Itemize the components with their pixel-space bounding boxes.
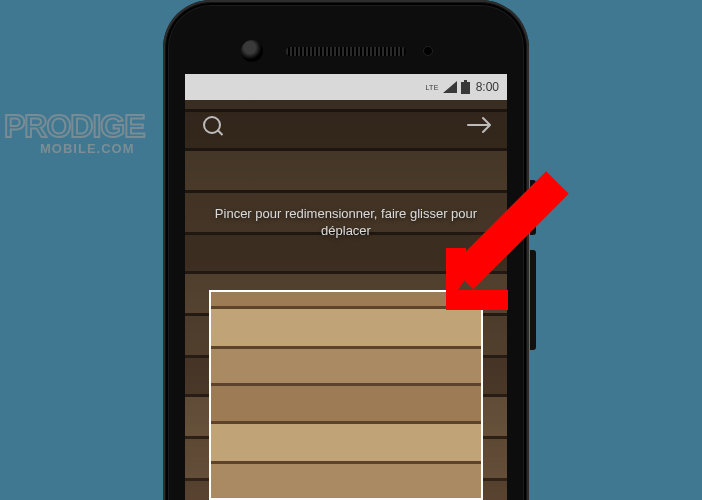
battery-icon <box>461 80 470 94</box>
phone-camera-icon <box>241 40 263 62</box>
wallpaper-preview[interactable]: Pincer pour redimensionner, faire glisse… <box>185 100 507 500</box>
phone-body: LTE 8:00 <box>169 6 523 500</box>
editor-top-bar <box>185 104 507 146</box>
arrow-right-icon <box>467 116 493 134</box>
network-label: LTE <box>425 84 438 91</box>
svg-rect-0 <box>464 80 467 82</box>
screen: LTE 8:00 <box>185 74 507 500</box>
watermark-line1: PRODIGE <box>4 108 224 145</box>
phone-inner: LTE 8:00 <box>166 3 526 500</box>
hint-text: Pincer pour redimensionner, faire glisse… <box>203 206 489 240</box>
svg-rect-1 <box>461 82 470 94</box>
status-bar: LTE 8:00 <box>185 74 507 100</box>
phone-frame: LTE 8:00 <box>163 0 529 500</box>
phone-proximity-icon <box>423 46 433 56</box>
watermark: PRODIGE MOBILE.COM <box>4 108 224 168</box>
clock: 8:00 <box>476 80 499 94</box>
phone-side-button <box>530 180 536 235</box>
phone-sensor-row <box>169 39 523 63</box>
phone-speaker-icon <box>286 47 406 56</box>
next-button[interactable] <box>463 108 497 142</box>
crop-rectangle[interactable] <box>209 290 483 500</box>
phone-side-button <box>530 250 536 350</box>
signal-icon <box>443 81 457 93</box>
